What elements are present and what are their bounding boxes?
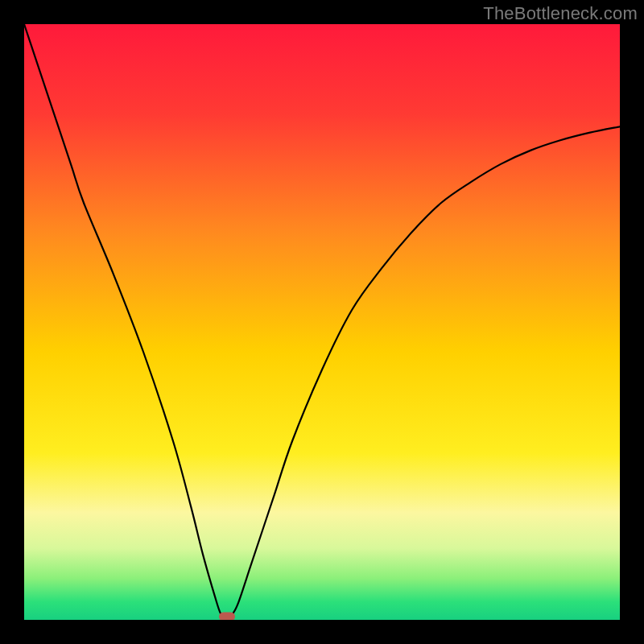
plot-area — [24, 24, 620, 620]
bottleneck-curve — [24, 24, 620, 620]
optimum-marker — [219, 613, 235, 621]
watermark-text: TheBottleneck.com — [483, 3, 638, 24]
chart-frame: TheBottleneck.com — [0, 0, 644, 644]
